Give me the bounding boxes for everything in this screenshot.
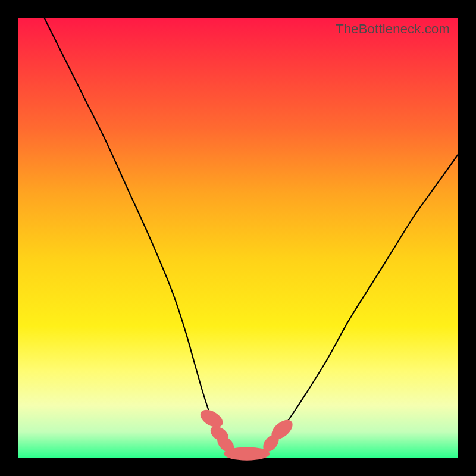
curve-markers xyxy=(198,406,296,461)
chart-frame: TheBottleneck.com xyxy=(0,0,476,476)
curve-marker xyxy=(224,447,270,461)
curve-marker xyxy=(198,406,226,431)
bottleneck-curve xyxy=(18,18,458,458)
plot-area: TheBottleneck.com xyxy=(18,18,458,458)
curve-line xyxy=(44,18,458,454)
